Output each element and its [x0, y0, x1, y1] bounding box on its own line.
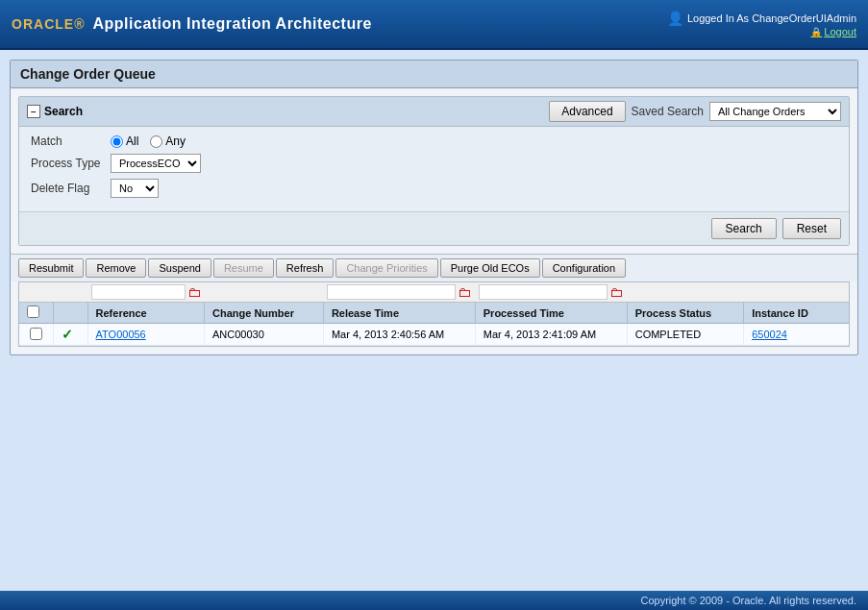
row-checkbox-cell: [19, 324, 54, 346]
logout-icon: 🔒: [810, 27, 822, 37]
row-change-number-cell: ANC00030: [205, 324, 324, 346]
delete-flag-row: Delete Flag No Yes: [31, 179, 837, 198]
match-all-option[interactable]: All: [111, 134, 138, 148]
row-instance-id-link[interactable]: 650024: [752, 329, 787, 340]
table-row: ✓ ATO00056 ANC00030 Mar 4, 2013 2:40:56 …: [19, 324, 849, 346]
logged-in-label: Logged In As ChangeOrderUIAdmin: [687, 12, 856, 24]
select-all-checkbox[interactable]: [27, 305, 39, 318]
row-process-status-cell: COMPLETED: [627, 324, 743, 346]
row-release-time-cell: Mar 4, 2013 2:40:56 AM: [323, 324, 475, 346]
oracle-logo: ORACLE®: [12, 16, 86, 32]
filter-reltime-icon[interactable]: 🗀: [458, 284, 471, 300]
row-instance-id-cell: 650024: [744, 324, 849, 346]
process-type-select[interactable]: ProcessECO: [111, 154, 201, 173]
configuration-button[interactable]: Configuration: [542, 258, 626, 278]
match-row: Match All Any: [31, 134, 837, 148]
filter-reference-cell: 🗀: [87, 282, 204, 303]
saved-search-select[interactable]: All Change Orders: [709, 102, 841, 121]
match-any-label: Any: [165, 134, 186, 148]
filter-instanceid-cell: [744, 282, 849, 303]
filter-reltime-input[interactable]: [327, 284, 456, 300]
filter-proctime-icon[interactable]: 🗀: [609, 284, 623, 300]
reset-button[interactable]: Reset: [782, 218, 841, 239]
header-processed-time: Processed Time: [475, 303, 627, 324]
purge-old-ecos-button[interactable]: Purge Old ECOs: [440, 258, 540, 278]
header-right: 👤 Logged In As ChangeOrderUIAdmin 🔒 Logo…: [667, 11, 856, 37]
delete-flag-label: Delete Flag: [31, 182, 103, 195]
remove-button[interactable]: Remove: [86, 258, 146, 278]
resume-button[interactable]: Resume: [213, 258, 274, 278]
search-actions: Search Reset: [19, 211, 849, 245]
row-reference-link[interactable]: ATO00056: [96, 329, 146, 340]
search-collapse-icon[interactable]: −: [27, 105, 40, 118]
header-checkbox: [19, 303, 54, 324]
row-change-number: ANC00030: [212, 329, 264, 340]
search-section: − Search Advanced Saved Search All Chang…: [18, 96, 850, 246]
page-title: Change Order Queue: [11, 61, 857, 88]
search-button[interactable]: Search: [711, 218, 777, 239]
filter-status-cell: [54, 282, 87, 303]
resubmit-button[interactable]: Resubmit: [18, 258, 84, 278]
row-checkmark: ✓: [62, 327, 73, 342]
logo-area: ORACLE® Application Integration Architec…: [12, 15, 372, 33]
filter-status-cell2: [627, 282, 743, 303]
header-reference: Reference: [87, 303, 204, 324]
content-area: Change Order Queue − Search Advanced Sav…: [0, 50, 868, 596]
logged-in-user: 👤 Logged In As ChangeOrderUIAdmin: [667, 11, 856, 26]
saved-search-label: Saved Search: [632, 105, 704, 118]
match-any-radio[interactable]: [150, 135, 162, 148]
match-radio-group: All Any: [111, 134, 186, 148]
user-icon: 👤: [667, 11, 683, 26]
logout-link[interactable]: 🔒 Logout: [810, 26, 856, 37]
change-priorities-button[interactable]: Change Priorities: [335, 258, 437, 278]
app-header: ORACLE® Application Integration Architec…: [0, 0, 868, 50]
filter-reference-icon[interactable]: 🗀: [187, 284, 201, 300]
search-label: Search: [44, 105, 83, 118]
footer: Copyright © 2009 - Oracle. All rights re…: [0, 591, 868, 610]
search-toggle[interactable]: − Search: [27, 105, 83, 118]
header-release-time: Release Time: [323, 303, 475, 324]
filter-proctime-input[interactable]: [479, 284, 608, 300]
filter-reltime-cell: 🗀: [323, 282, 475, 303]
advanced-button[interactable]: Advanced: [549, 101, 625, 122]
filter-reference-input[interactable]: [91, 284, 185, 300]
results-table: 🗀 🗀: [19, 282, 849, 346]
match-any-option[interactable]: Any: [150, 134, 186, 148]
header-instance-id: Instance ID: [744, 303, 849, 324]
row-checkbox[interactable]: [30, 328, 42, 340]
refresh-button[interactable]: Refresh: [276, 258, 335, 278]
filter-row: 🗀 🗀: [19, 282, 849, 303]
process-type-row: Process Type ProcessECO: [31, 154, 837, 173]
header-change-number: Change Number: [205, 303, 324, 324]
copyright-text: Copyright © 2009 - Oracle. All rights re…: [640, 595, 856, 606]
filter-changenumber-cell: [205, 282, 324, 303]
page-container: Change Order Queue − Search Advanced Sav…: [10, 60, 858, 355]
filter-check-cell: [19, 282, 54, 303]
match-label: Match: [31, 134, 103, 148]
row-process-status: COMPLETED: [635, 329, 701, 340]
main-wrapper: ▲ Change Order Queue − Search Advanced S…: [0, 50, 868, 610]
results-section: 🗀 🗀: [18, 281, 850, 347]
table-toolbar: Resubmit Remove Suspend Resume Refresh C…: [11, 254, 857, 281]
process-type-label: Process Type: [31, 157, 103, 170]
search-header: − Search Advanced Saved Search All Chang…: [19, 97, 849, 127]
match-all-label: All: [126, 134, 138, 148]
table-body: ✓ ATO00056 ANC00030 Mar 4, 2013 2:40:56 …: [19, 324, 849, 346]
row-reference-cell: ATO00056: [87, 324, 204, 346]
header-status-icon: [54, 303, 87, 324]
row-processed-time: Mar 4, 2013 2:41:09 AM: [484, 329, 596, 340]
row-processed-time-cell: Mar 4, 2013 2:41:09 AM: [475, 324, 627, 346]
logout-label[interactable]: Logout: [824, 26, 856, 37]
suspend-button[interactable]: Suspend: [148, 258, 211, 278]
search-header-right: Advanced Saved Search All Change Orders: [549, 101, 841, 122]
header-process-status: Process Status: [627, 303, 743, 324]
match-all-radio[interactable]: [111, 135, 123, 148]
search-form: Match All Any: [19, 127, 849, 211]
delete-flag-select[interactable]: No Yes: [111, 179, 159, 198]
row-status-icon-cell: ✓: [54, 324, 87, 346]
filter-proctime-cell: 🗀: [475, 282, 627, 303]
table-header-row: Reference Change Number Release Time Pro…: [19, 303, 849, 324]
app-title: Application Integration Architecture: [93, 15, 372, 33]
row-release-time: Mar 4, 2013 2:40:56 AM: [332, 329, 444, 340]
